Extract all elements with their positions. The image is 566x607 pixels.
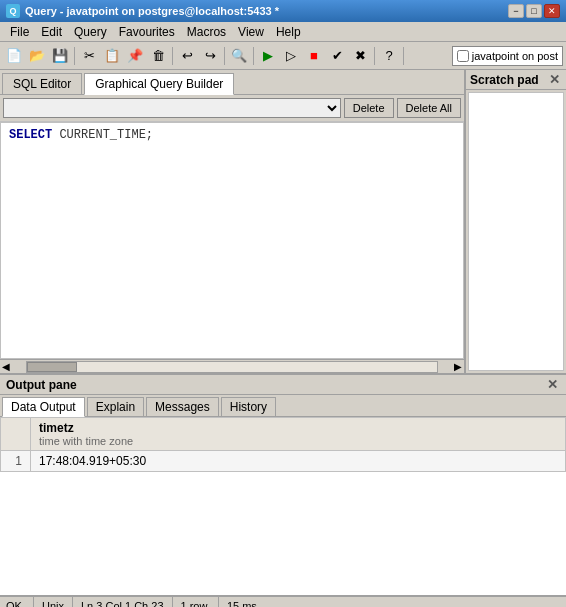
help-button[interactable]: ? <box>378 45 400 67</box>
window-title: Query - javatpoint on postgres@localhost… <box>25 5 279 17</box>
tab-sql-editor[interactable]: SQL Editor <box>2 73 82 94</box>
menu-item-edit[interactable]: Edit <box>35 23 68 41</box>
toolbar-sep-6 <box>403 47 404 65</box>
col-timetz-name: timetz <box>39 421 557 435</box>
minimize-button[interactable]: − <box>508 4 524 18</box>
toolbar-sep-4 <box>253 47 254 65</box>
menu-item-macros[interactable]: Macros <box>181 23 232 41</box>
tab-messages[interactable]: Messages <box>146 397 219 416</box>
status-ok: OK. <box>6 597 34 607</box>
connection-checkbox[interactable] <box>457 50 469 62</box>
horizontal-scrollbar[interactable]: ◀ ▶ <box>0 359 464 373</box>
col-timetz-header: timetz time with time zone <box>31 418 566 451</box>
run-button[interactable]: ▶ <box>257 45 279 67</box>
toolbar-sep-2 <box>172 47 173 65</box>
paste-button[interactable]: 📌 <box>124 45 146 67</box>
data-table: timetz time with time zone 1 17:48:04.91… <box>0 417 566 472</box>
scroll-thumb[interactable] <box>27 362 77 372</box>
editor-pane: SQL Editor Graphical Query Builder Delet… <box>0 70 466 373</box>
title-bar-left: Q Query - javatpoint on postgres@localho… <box>6 4 279 18</box>
tab-history[interactable]: History <box>221 397 276 416</box>
main-area: SQL Editor Graphical Query Builder Delet… <box>0 70 566 375</box>
scroll-track[interactable] <box>26 361 438 373</box>
copy-button[interactable]: 📋 <box>101 45 123 67</box>
code-editor[interactable]: SELECT CURRENT_TIME; <box>0 122 464 359</box>
connection-label: javatpoint on post <box>452 46 563 66</box>
tab-data-output[interactable]: Data Output <box>2 397 85 417</box>
title-bar: Q Query - javatpoint on postgres@localho… <box>0 0 566 22</box>
col-timetz-subname: time with time zone <box>39 435 557 447</box>
tab-explain[interactable]: Explain <box>87 397 144 416</box>
menu-item-view[interactable]: View <box>232 23 270 41</box>
connection-text: javatpoint on post <box>472 50 558 62</box>
code-keyword-select: SELECT <box>9 128 52 142</box>
data-output: timetz time with time zone 1 17:48:04.91… <box>0 417 566 595</box>
commit-button[interactable]: ✔ <box>326 45 348 67</box>
menu-item-file[interactable]: File <box>4 23 35 41</box>
scratch-pad-content[interactable] <box>468 92 564 371</box>
toolbar-sep-5 <box>374 47 375 65</box>
query-bar: Delete Delete All <box>0 95 464 122</box>
save-button[interactable]: 💾 <box>49 45 71 67</box>
run-explain-button[interactable]: ▷ <box>280 45 302 67</box>
scratch-pad-title: Scratch pad <box>470 73 539 87</box>
menu-item-query[interactable]: Query <box>68 23 113 41</box>
menu-bar: FileEditQueryFavouritesMacrosViewHelp <box>0 22 566 42</box>
new-button[interactable]: 📄 <box>3 45 25 67</box>
output-pane: Output pane ✕ Data Output Explain Messag… <box>0 375 566 595</box>
toolbar-sep-1 <box>74 47 75 65</box>
scratch-pad: Scratch pad ✕ <box>466 70 566 373</box>
delete-button[interactable]: Delete <box>344 98 394 118</box>
row-num-header <box>1 418 31 451</box>
scroll-left-btn[interactable]: ◀ <box>0 361 12 372</box>
row-timetz-value: 17:48:04.919+05:30 <box>31 451 566 472</box>
app-icon: Q <box>6 4 20 18</box>
redo-button[interactable]: ↪ <box>199 45 221 67</box>
status-rows: 1 row. <box>173 597 219 607</box>
delete-all-button[interactable]: Delete All <box>397 98 461 118</box>
stop-button[interactable]: ■ <box>303 45 325 67</box>
status-bar: OK. Unix Ln 3 Col 1 Ch 23 1 row. 15 ms <box>0 595 566 607</box>
window-controls: − □ ✕ <box>508 4 560 18</box>
menu-item-favourites[interactable]: Favourites <box>113 23 181 41</box>
code-function: CURRENT_TIME <box>59 128 145 142</box>
query-select[interactable] <box>3 98 341 118</box>
output-tabs: Data Output Explain Messages History <box>0 395 566 417</box>
row-number: 1 <box>1 451 31 472</box>
output-header: Output pane ✕ <box>0 375 566 395</box>
find-button[interactable]: 🔍 <box>228 45 250 67</box>
code-semicolon: ; <box>146 128 153 142</box>
toolbar-sep-3 <box>224 47 225 65</box>
clear-button[interactable]: 🗑 <box>147 45 169 67</box>
editor-tabs: SQL Editor Graphical Query Builder <box>0 70 464 95</box>
status-time: 15 ms <box>219 597 265 607</box>
close-button[interactable]: ✕ <box>544 4 560 18</box>
menu-item-help[interactable]: Help <box>270 23 307 41</box>
scratch-pad-header: Scratch pad ✕ <box>466 70 566 90</box>
scratch-pad-close[interactable]: ✕ <box>547 72 562 87</box>
cut-button[interactable]: ✂ <box>78 45 100 67</box>
status-encoding: Unix <box>34 597 73 607</box>
table-row: 1 17:48:04.919+05:30 <box>1 451 566 472</box>
scroll-right-btn[interactable]: ▶ <box>452 361 464 372</box>
output-pane-title: Output pane <box>6 378 77 392</box>
tab-graphical-query-builder[interactable]: Graphical Query Builder <box>84 73 234 95</box>
maximize-button[interactable]: □ <box>526 4 542 18</box>
status-position: Ln 3 Col 1 Ch 23 <box>73 597 173 607</box>
toolbar: 📄 📂 💾 ✂ 📋 📌 🗑 ↩ ↪ 🔍 ▶ ▷ ■ ✔ ✖ ? javatpoi… <box>0 42 566 70</box>
output-close-button[interactable]: ✕ <box>545 377 560 392</box>
undo-button[interactable]: ↩ <box>176 45 198 67</box>
open-button[interactable]: 📂 <box>26 45 48 67</box>
rollback-button[interactable]: ✖ <box>349 45 371 67</box>
